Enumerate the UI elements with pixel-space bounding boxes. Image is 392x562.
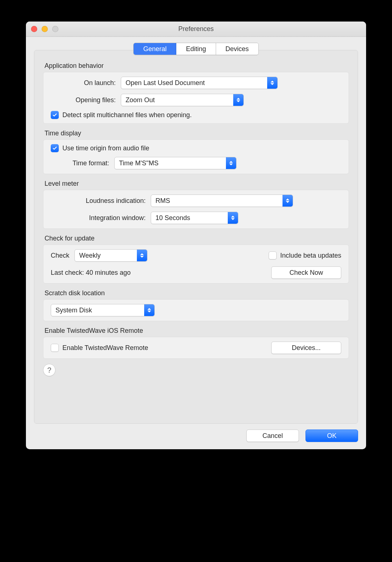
tab-general[interactable]: General: [134, 43, 176, 55]
check-icon: [52, 146, 57, 151]
on-launch-value: Open Last Used Document: [126, 79, 205, 87]
section-check-for-update: Check for update Check Weekly Include be…: [43, 235, 349, 284]
include-beta-checkbox[interactable]: [269, 251, 277, 259]
time-format-select[interactable]: Time M'S"MS: [114, 157, 237, 169]
include-beta-label: Include beta updates: [280, 252, 341, 259]
window-title: Preferences: [26, 25, 366, 33]
window-body: General Editing Devices Application beha…: [26, 37, 366, 449]
titlebar: Preferences: [26, 22, 366, 37]
integration-window-value: 10 Seconds: [155, 214, 190, 222]
section-scratch-disk: Scratch disk location System Disk: [43, 289, 349, 321]
section-ios-remote: Enable TwistedWave iOS Remote Enable Twi…: [43, 327, 349, 359]
check-frequency-select[interactable]: Weekly: [74, 249, 147, 262]
opening-files-value: Zoom Out: [126, 96, 155, 104]
loudness-indication-value: RMS: [155, 197, 170, 205]
dialog-footer: Cancel OK: [34, 424, 358, 442]
detect-multichannel-checkbox[interactable]: [51, 111, 59, 119]
general-panel: Application behavior On launch: Open Las…: [34, 50, 358, 424]
tab-devices[interactable]: Devices: [216, 43, 258, 55]
scratch-disk-value: System Disk: [55, 307, 92, 314]
check-frequency-value: Weekly: [79, 252, 101, 259]
section-title-time-display: Time display: [45, 130, 349, 137]
integration-window-select[interactable]: 10 Seconds: [151, 212, 238, 224]
remote-devices-button[interactable]: Devices...: [271, 342, 341, 354]
time-format-label: Time format:: [51, 159, 109, 167]
chevron-updown-icon: [226, 157, 236, 169]
cancel-button[interactable]: Cancel: [246, 430, 299, 442]
check-frequency-label: Check: [51, 252, 69, 259]
section-title-check-for-update: Check for update: [45, 235, 349, 242]
on-launch-label: On launch:: [51, 79, 116, 87]
chevron-updown-icon: [233, 94, 243, 106]
time-format-value: Time M'S"MS: [119, 159, 158, 167]
preferences-window: Preferences General Editing Devices Appl…: [26, 22, 366, 449]
check-icon: [52, 112, 57, 118]
tab-editing[interactable]: Editing: [176, 43, 216, 55]
section-title-level-meter: Level meter: [45, 180, 349, 188]
use-time-origin-checkbox[interactable]: [51, 144, 59, 152]
on-launch-select[interactable]: Open Last Used Document: [121, 77, 278, 89]
close-window-button[interactable]: [31, 26, 37, 32]
minimize-window-button[interactable]: [42, 26, 48, 32]
section-application-behavior: Application behavior On launch: Open Las…: [43, 62, 349, 124]
section-title-ios-remote: Enable TwistedWave iOS Remote: [45, 327, 349, 335]
traffic-lights: [31, 26, 58, 32]
section-title-scratch-disk: Scratch disk location: [45, 289, 349, 297]
chevron-updown-icon: [228, 212, 238, 224]
enable-remote-label: Enable TwistedWave Remote: [62, 344, 148, 352]
use-time-origin-label: Use time origin from audio file: [62, 145, 149, 152]
section-time-display: Time display Use time origin from audio …: [43, 130, 349, 174]
tab-bar: General Editing Devices: [133, 43, 258, 55]
section-title-application-behavior: Application behavior: [45, 62, 349, 70]
integration-window-label: Integration window:: [51, 214, 146, 222]
check-now-button[interactable]: Check Now: [271, 266, 341, 279]
help-button[interactable]: ?: [43, 364, 55, 376]
scratch-disk-select[interactable]: System Disk: [51, 304, 155, 316]
loudness-indication-label: Loudness indication:: [51, 197, 146, 205]
opening-files-select[interactable]: Zoom Out: [121, 94, 244, 106]
zoom-window-button[interactable]: [52, 26, 58, 32]
ok-button[interactable]: OK: [305, 430, 358, 442]
chevron-updown-icon: [144, 304, 154, 316]
chevron-updown-icon: [267, 77, 277, 89]
detect-multichannel-label: Detect split multichannel files when ope…: [62, 111, 192, 119]
opening-files-label: Opening files:: [51, 96, 116, 104]
last-check-text: Last check: 40 minutes ago: [51, 269, 131, 277]
enable-remote-checkbox[interactable]: [51, 344, 59, 352]
section-level-meter: Level meter Loudness indication: RMS Int…: [43, 180, 349, 229]
chevron-updown-icon: [283, 195, 293, 207]
loudness-indication-select[interactable]: RMS: [151, 195, 293, 207]
chevron-updown-icon: [137, 250, 147, 261]
